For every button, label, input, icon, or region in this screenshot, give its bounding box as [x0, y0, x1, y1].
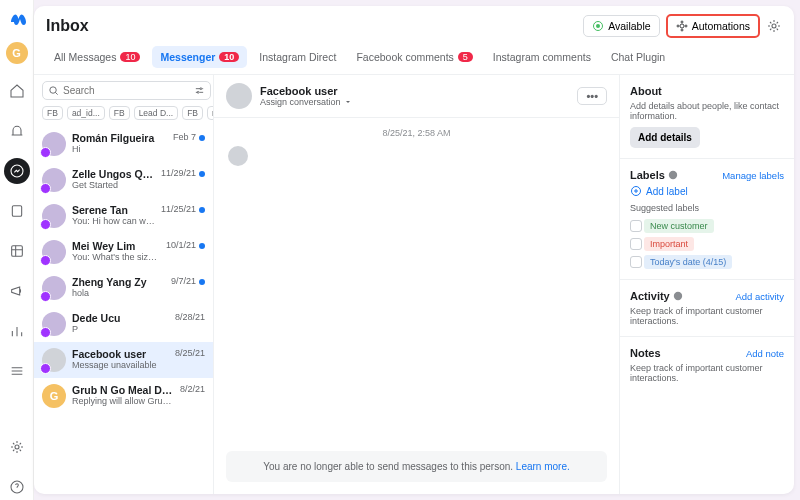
label-suggestion[interactable]: Today's date (4/15) [630, 255, 784, 269]
search-input[interactable] [63, 85, 190, 96]
filter-chip[interactable]: ad_id... [67, 106, 105, 120]
channel-tabs: All Messages10Messenger10Instagram Direc… [34, 46, 794, 75]
tab-messenger[interactable]: Messenger10 [152, 46, 247, 68]
unread-dot [199, 207, 205, 213]
tab-facebook-comments[interactable]: Facebook comments5 [348, 46, 480, 68]
conversation-list: Román FilgueiraHiFeb 7Zelle Ungos Quibar… [34, 126, 213, 494]
svg-point-3 [15, 445, 19, 449]
svg-rect-1 [12, 206, 21, 217]
conversation-time: 9/7/21 [171, 276, 205, 286]
conversation-preview: Replying will allow Grub N Go Meal... [72, 396, 174, 406]
thread-more-button[interactable]: ••• [577, 87, 607, 105]
message-avatar [228, 146, 248, 166]
label-checkbox[interactable] [630, 238, 642, 250]
conversation-preview: hola [72, 288, 165, 298]
filter-chip[interactable]: Lead D... [134, 106, 179, 120]
conversation-item[interactable]: Zelle Ungos QuibarGet Started11/29/21 [34, 162, 213, 198]
notes-title: Notes [630, 347, 661, 359]
nav-settings[interactable] [4, 434, 30, 460]
conversation-item[interactable]: Zheng Yang Zyhola9/7/21 [34, 270, 213, 306]
svg-point-7 [680, 24, 684, 28]
nav-home[interactable] [4, 78, 30, 104]
account-avatar[interactable]: G [6, 42, 28, 64]
tab-chat-plugin[interactable]: Chat Plugin [603, 46, 673, 68]
conversation-time: 8/28/21 [175, 312, 205, 322]
info-icon [673, 291, 683, 301]
search-input-wrap[interactable] [42, 81, 211, 100]
gear-icon [9, 439, 25, 455]
avatar [42, 132, 66, 156]
conversation-item[interactable]: Román FilgueiraHiFeb 7 [34, 126, 213, 162]
chevron-down-icon [344, 98, 352, 106]
label-pill: New customer [644, 219, 714, 233]
conversation-list-column: Manage FBad_id...FBLead D...FBmes Román … [34, 75, 214, 494]
available-button[interactable]: Available [583, 15, 659, 37]
avatar [42, 204, 66, 228]
conversation-item[interactable]: Mei Wey LimYou: What's the size of your.… [34, 234, 213, 270]
label-checkbox[interactable] [630, 256, 642, 268]
tab-badge: 10 [120, 52, 140, 62]
add-note-link[interactable]: Add note [746, 348, 784, 359]
bars-icon [9, 323, 25, 339]
about-desc: Add details about people, like contact i… [630, 101, 784, 121]
nav-posts[interactable] [4, 198, 30, 224]
conversation-name: Zheng Yang Zy [72, 276, 165, 288]
nav-insights[interactable] [4, 318, 30, 344]
available-icon [592, 20, 604, 32]
chat-icon [9, 163, 25, 179]
inbox-settings-button[interactable] [766, 18, 782, 34]
label-suggestion[interactable]: New customer [630, 219, 784, 233]
svg-point-6 [596, 24, 600, 28]
nav-ads[interactable] [4, 278, 30, 304]
sliders-icon[interactable] [194, 85, 205, 96]
nav-notifications[interactable] [4, 118, 30, 144]
filter-chip[interactable]: FB [42, 106, 63, 120]
svg-point-18 [674, 292, 682, 300]
label-checkbox[interactable] [630, 220, 642, 232]
avatar: G [42, 384, 66, 408]
filter-chip[interactable]: FB [182, 106, 203, 120]
plus-circle-icon [630, 185, 642, 197]
page-header: Inbox Available Automations [34, 6, 794, 46]
nav-help[interactable] [4, 474, 30, 500]
svg-rect-2 [11, 246, 22, 257]
conversation-preview: P [72, 324, 169, 334]
unread-dot [199, 135, 205, 141]
add-activity-link[interactable]: Add activity [735, 291, 784, 302]
nav-planner[interactable] [4, 238, 30, 264]
filter-chip[interactable]: mes [207, 106, 213, 120]
unread-dot [199, 171, 205, 177]
conversation-item[interactable]: Dede UcuP8/28/21 [34, 306, 213, 342]
svg-point-11 [685, 25, 687, 27]
conversation-preview: You: Hi how can we help? [72, 216, 155, 226]
bell-icon [9, 123, 25, 139]
filter-chip[interactable]: FB [109, 106, 130, 120]
conversation-item[interactable]: Serene TanYou: Hi how can we help?11/25/… [34, 198, 213, 234]
gear-icon [766, 18, 782, 34]
label-suggestion[interactable]: Important [630, 237, 784, 251]
add-label-button[interactable]: Add label [630, 185, 784, 197]
conversation-item[interactable]: GGrub N Go Meal DeliveryReplying will al… [34, 378, 213, 414]
suggested-labels-heading: Suggested labels [630, 203, 784, 213]
add-details-button[interactable]: Add details [630, 127, 700, 148]
assign-conversation[interactable]: Assign conversation [260, 97, 569, 107]
automations-button[interactable]: Automations [666, 14, 760, 38]
suggested-labels: New customerImportantToday's date (4/15) [630, 219, 784, 269]
tab-badge: 10 [219, 52, 239, 62]
nav-inbox[interactable] [4, 158, 30, 184]
home-icon [9, 83, 25, 99]
conversation-item[interactable]: Facebook userMessage unavailable8/25/21 [34, 342, 213, 378]
nav-all-tools[interactable] [4, 358, 30, 384]
thread-avatar [226, 83, 252, 109]
tab-instagram-direct[interactable]: Instagram Direct [251, 46, 344, 68]
labels-title: Labels [630, 169, 665, 181]
learn-more-link[interactable]: Learn more. [516, 461, 570, 472]
unread-dot [199, 243, 205, 249]
tab-instagram-comments[interactable]: Instagram comments [485, 46, 599, 68]
svg-point-13 [50, 87, 56, 93]
conversation-name: Zelle Ungos Quibar [72, 168, 155, 180]
tab-all-messages[interactable]: All Messages10 [46, 46, 148, 68]
note-icon [9, 203, 25, 219]
manage-labels-link[interactable]: Manage labels [722, 170, 784, 181]
thread-column: Facebook user Assign conversation ••• 8/… [214, 75, 619, 494]
